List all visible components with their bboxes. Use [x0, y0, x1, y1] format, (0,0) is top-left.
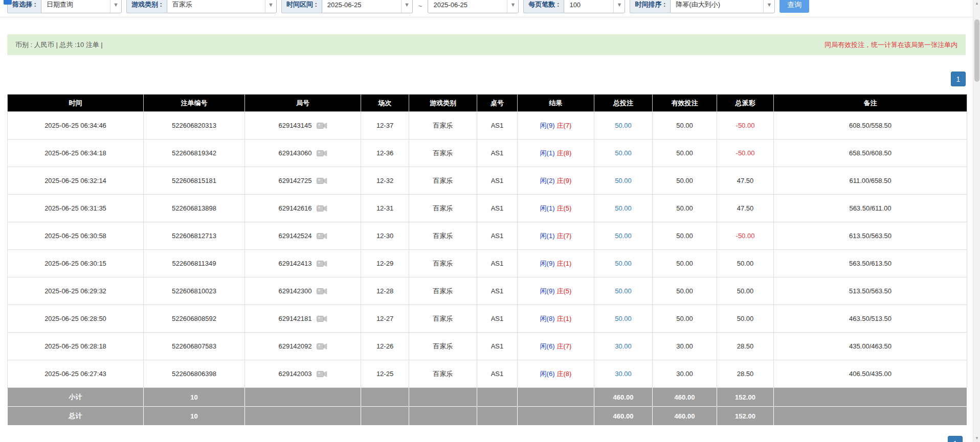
total-bet-link[interactable]: 50.00 [615, 204, 632, 212]
vertical-scrollbar[interactable]: ▲ ▼ [973, 0, 980, 442]
total-bet-link[interactable]: 50.00 [615, 177, 632, 184]
video-replay-icon[interactable] [317, 232, 327, 240]
scroll-up-arrow-icon[interactable]: ▲ [973, 0, 980, 7]
total-bet-link[interactable]: 30.00 [615, 342, 632, 350]
cell-total-bet: 30.00 [594, 333, 653, 360]
total-empty-cell [245, 407, 361, 426]
column-header-9: 总派彩 [717, 95, 774, 112]
chevron-down-icon: ▼ [613, 0, 625, 13]
player-result: 闲(1) [540, 204, 555, 212]
subtotal-empty-cell [245, 388, 361, 407]
cell-total-bet: 50.00 [594, 222, 653, 250]
date-from-select[interactable]: 2025-06-25 ▼ [322, 0, 413, 13]
screen-type-select[interactable]: 日期查询 ▼ [41, 0, 122, 13]
cell-valid-bet: 50.00 [653, 139, 717, 167]
video-replay-icon[interactable] [317, 260, 327, 268]
video-replay-icon[interactable] [317, 315, 327, 323]
screen-type-label: 筛选择 : [7, 0, 41, 13]
banker-result: 庄(1) [557, 260, 572, 267]
game-type-select[interactable]: 百家乐 ▼ [167, 0, 277, 13]
scroll-down-arrow-icon[interactable]: ▼ [973, 435, 980, 442]
total-bet-link[interactable]: 50.00 [615, 260, 632, 267]
total-bet-link[interactable]: 50.00 [615, 232, 632, 240]
cell-total-bet: 30.00 [594, 360, 653, 388]
cell-table-number: AS1 [477, 277, 518, 305]
column-header-2: 局号 [245, 95, 361, 112]
total-bet-link[interactable]: 50.00 [615, 122, 632, 129]
cell-bet-id: 522606813898 [144, 195, 245, 222]
cell-bet-id: 522606811349 [144, 250, 245, 277]
cell-remark: 611.00/658.50 [774, 167, 967, 195]
total-bet-link[interactable]: 50.00 [615, 287, 632, 295]
cell-valid-bet: 50.00 [653, 195, 717, 222]
round-number: 629142092 [278, 342, 311, 350]
subtotal-empty-cell [477, 388, 518, 407]
cell-valid-bet: 50.00 [653, 167, 717, 195]
video-replay-icon[interactable] [317, 370, 327, 378]
cell-round: 629142413 [245, 250, 361, 277]
filter-bar: 筛选择 : 日期查询 ▼ 游戏类别 : 百家乐 ▼ 时间区间 : 2025-06… [0, 0, 973, 17]
column-header-10: 备注 [774, 95, 967, 112]
cell-bet-id: 522606812713 [144, 222, 245, 250]
total-bet-link[interactable]: 30.00 [615, 370, 632, 378]
chevron-down-icon: ▼ [401, 0, 412, 13]
clipped-link-fragment [4, 0, 12, 5]
player-result: 闲(9) [540, 287, 555, 295]
cell-session: 12-36 [361, 139, 409, 167]
cell-result: 闲(6)庄(7) [518, 333, 594, 360]
subtotal-empty-cell [409, 388, 477, 407]
time-sort-select[interactable]: 降幂(由大到小) ▼ [670, 0, 775, 13]
player-result: 闲(6) [540, 342, 555, 350]
video-replay-icon[interactable] [317, 287, 327, 295]
cell-bet-id: 522606810023 [144, 277, 245, 305]
video-replay-icon[interactable] [317, 342, 327, 351]
video-replay-icon[interactable] [317, 177, 327, 185]
scrollbar-thumb[interactable] [974, 19, 979, 82]
filter-date-to: 2025-06-25 ▼ [428, 0, 519, 13]
game-type-label: 游戏类别 : [126, 0, 167, 13]
total-bet-link[interactable]: 50.00 [615, 149, 632, 157]
cell-result: 闲(9)庄(7) [518, 112, 594, 139]
total-bet-link[interactable]: 50.00 [615, 315, 632, 322]
date-to-select[interactable]: 2025-06-25 ▼ [428, 0, 519, 13]
table-body: 2025-06-25 06:34:46522606820313629143145… [8, 112, 967, 388]
game-type-value: 百家乐 [172, 0, 192, 9]
cell-table-number: AS1 [477, 250, 518, 277]
filter-game-type: 游戏类别 : 百家乐 ▼ [126, 0, 277, 13]
column-header-4: 游戏类别 [409, 95, 477, 112]
cell-round: 629142003 [245, 360, 361, 388]
cell-bet-id: 522606806398 [144, 360, 245, 388]
filter-screen-type: 筛选择 : 日期查询 ▼ [7, 0, 122, 13]
banker-result: 庄(5) [557, 287, 572, 295]
page-1-button-bottom[interactable]: 1 [948, 436, 963, 442]
bets-table: 时间注单编号局号场次游戏类别桌号结果总投注有效投注总派彩备注 2025-06-2… [7, 94, 967, 426]
subtotal-empty-cell [774, 388, 967, 407]
total-empty-cell [477, 407, 518, 426]
round-number: 629142616 [278, 204, 311, 212]
page-size-select[interactable]: 100 ▼ [564, 0, 625, 13]
cell-session: 12-30 [361, 222, 409, 250]
total-valid-bet: 460.00 [653, 407, 717, 426]
cell-remark: 608.50/558.50 [774, 112, 967, 139]
cell-session: 12-27 [361, 305, 409, 333]
video-replay-icon[interactable] [317, 122, 327, 130]
cell-table-number: AS1 [477, 167, 518, 195]
total-label: 总计 [8, 407, 144, 426]
cell-remark: 613.50/563.50 [774, 222, 967, 250]
banker-result: 庄(8) [557, 370, 572, 378]
cell-time: 2025-06-25 06:28:50 [8, 305, 144, 333]
table-row: 2025-06-25 06:34:18522606819342629143060… [8, 139, 967, 167]
cell-result: 闲(6)庄(8) [518, 360, 594, 388]
cell-round: 629142524 [245, 222, 361, 250]
round-number: 629142300 [278, 287, 311, 295]
cell-time: 2025-06-25 06:32:14 [8, 167, 144, 195]
video-replay-icon[interactable] [317, 149, 327, 157]
search-button[interactable]: 查询 [779, 0, 809, 13]
page-1-button[interactable]: 1 [951, 72, 966, 86]
cell-valid-bet: 30.00 [653, 360, 717, 388]
date-from-value: 2025-06-25 [327, 1, 362, 9]
video-replay-icon[interactable] [317, 204, 327, 213]
table-row: 2025-06-25 06:30:15522606811349629142413… [8, 250, 967, 277]
column-header-8: 有效投注 [653, 95, 717, 112]
cell-session: 12-29 [361, 250, 409, 277]
